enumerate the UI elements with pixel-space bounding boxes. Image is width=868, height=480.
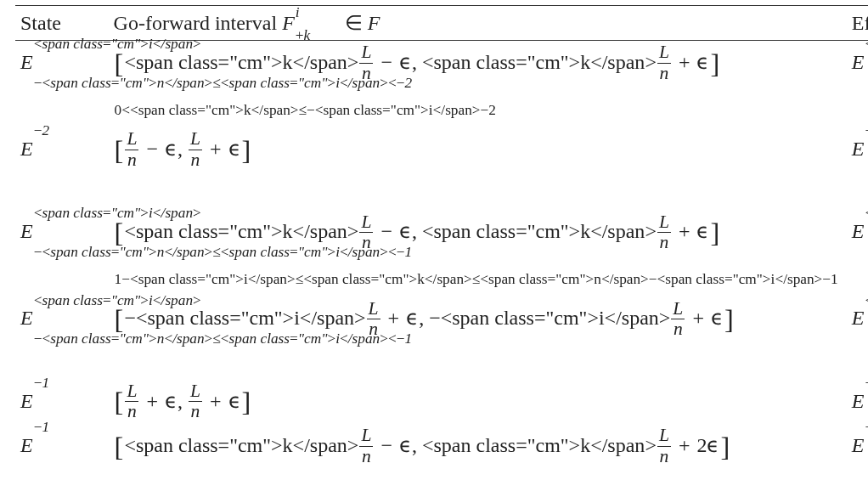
state-cell: E<span class="cm">i</span>−<span class="… xyxy=(15,210,109,296)
effect-cell: E<span class="cm">i</span> ↦ E1 xyxy=(847,296,868,379)
effect-cell: E−1 ↦ E1 xyxy=(847,380,868,424)
col-gf-header: Go-forward interval Fi++kk ∈ F xyxy=(109,6,847,41)
table-row: E−2[Ln − ϵ, Ln + ϵ]E−2 ↦ E−1 xyxy=(15,127,868,210)
table-body: E<span class="cm">i</span>−<span class="… xyxy=(15,41,868,481)
table-row: E−1[Ln + ϵ, Ln + ϵ]E−1 ↦ E1 xyxy=(15,380,868,424)
state-cell: E<span class="cm">i</span>−<span class="… xyxy=(15,296,109,379)
interval-cell: [<span class="cm">k</span>Ln − ϵ, <span … xyxy=(109,424,847,480)
table-row: E<span class="cm">i</span>−<span class="… xyxy=(15,296,868,379)
state-cell: E−1 xyxy=(15,424,109,480)
effect-cell: E−1 ↦ E<span class="cm">k</span>−11<<spa… xyxy=(847,424,868,480)
table-row: E<span class="cm">i</span>−<span class="… xyxy=(15,210,868,296)
table-row: E<span class="cm">i</span>−<span class="… xyxy=(15,41,868,128)
table-row: E−1[<span class="cm">k</span>Ln − ϵ, <sp… xyxy=(15,424,868,480)
state-cell: E<span class="cm">i</span>−<span class="… xyxy=(15,41,109,128)
state-cell: E−1 xyxy=(15,380,109,424)
effect-cell: E<span class="cm">i</span> ↦ E<span clas… xyxy=(847,41,868,128)
effect-cell: E−2 ↦ E−1 xyxy=(847,127,868,210)
effect-cell: E<span class="cm">i</span> ↦ E<span clas… xyxy=(847,210,868,296)
interval-cell: [Ln − ϵ, Ln + ϵ] xyxy=(109,127,847,210)
interval-cell: [Ln + ϵ, Ln + ϵ] xyxy=(109,380,847,424)
state-cell: E−2 xyxy=(15,127,109,210)
math-table: State Go-forward interval Fi++kk ∈ F Eff… xyxy=(15,5,868,480)
